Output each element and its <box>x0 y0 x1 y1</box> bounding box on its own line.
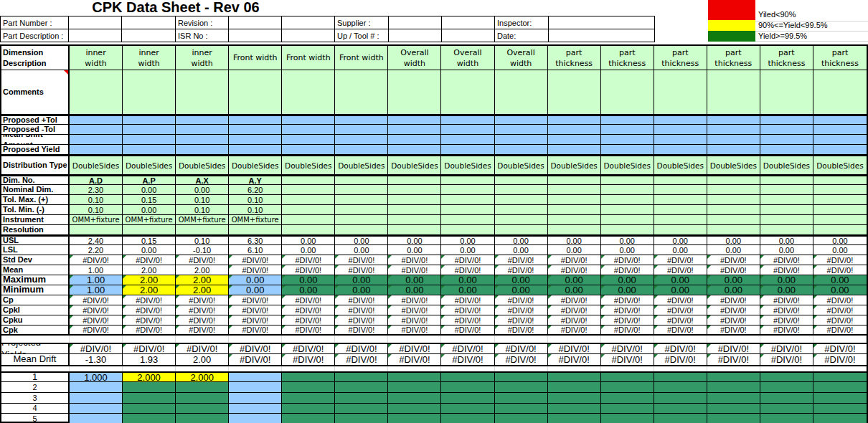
cell-tol-max-c10[interactable] <box>548 195 601 205</box>
cell-mean-shift-amount-c8[interactable] <box>441 135 494 145</box>
cell-sample-3-c1[interactable] <box>70 393 123 404</box>
cell-sample-5-c4[interactable] <box>229 414 282 423</box>
cell-distribution-type-c10[interactable]: DoubleSides <box>548 156 601 175</box>
cell-distribution-type-c4[interactable]: DoubleSides <box>229 156 282 175</box>
header-value-1-0-1[interactable] <box>122 29 176 42</box>
cell-cpkl-c9[interactable]: #DIV/0! <box>495 305 548 315</box>
cell-cp-c9[interactable]: #DIV/0! <box>495 295 548 305</box>
cell-mean-c15[interactable]: #DIV/0! <box>813 265 867 275</box>
cell-comments-c3[interactable] <box>176 70 229 115</box>
row-label-sample-5[interactable]: 5 <box>1 414 70 423</box>
cell-instrument-c13[interactable] <box>707 215 760 225</box>
cell-mean-drift-c7[interactable]: #DIV/0! <box>388 354 441 366</box>
cell-proposed-minus-tol-c10[interactable] <box>548 125 601 135</box>
cell-instrument-c11[interactable] <box>601 215 654 225</box>
cell-std-dev-c13[interactable]: #DIV/0! <box>707 255 760 265</box>
cell-proposed-plus-tol-c4[interactable] <box>229 116 282 125</box>
cell-cpku-c4[interactable]: #DIV/0! <box>229 315 282 325</box>
row-label-sample-3[interactable]: 3 <box>1 393 70 404</box>
cell-cp-c11[interactable]: #DIV/0! <box>601 295 654 305</box>
cell-proposed-minus-tol-c5[interactable] <box>282 125 335 135</box>
cell-sample-3-c8[interactable] <box>441 393 494 404</box>
cell-resolution-c1[interactable] <box>70 225 123 235</box>
cell-cpku-c1[interactable]: #DIV/0! <box>70 315 123 325</box>
cell-tol-max-c5[interactable] <box>282 195 335 205</box>
cell-dim-no-c3[interactable]: A.X <box>176 176 229 185</box>
column-header-8[interactable]: Overall width <box>441 46 494 70</box>
cell-cp-c2[interactable]: #DIV/0! <box>123 295 176 305</box>
header-value-1-2-0[interactable] <box>389 29 442 42</box>
cell-proposed-minus-tol-c11[interactable] <box>601 125 654 135</box>
cell-cp-c14[interactable]: #DIV/0! <box>760 295 813 305</box>
cell-comments-c1[interactable] <box>70 70 123 115</box>
cell-comments-c2[interactable] <box>123 70 176 115</box>
cell-nominal-dim-c14[interactable] <box>760 185 813 195</box>
cell-sample-4-c3[interactable] <box>176 404 229 414</box>
cell-cpk-c3[interactable]: #DIV/0! <box>176 325 229 336</box>
cell-tol-max-c8[interactable] <box>441 195 494 205</box>
cell-sample-2-c14[interactable] <box>760 382 813 393</box>
cell-cpkl-c11[interactable]: #DIV/0! <box>601 305 654 315</box>
cell-mean-c5[interactable]: #DIV/0! <box>282 265 335 275</box>
cell-tol-max-c12[interactable] <box>654 195 707 205</box>
cell-distribution-type-c13[interactable]: DoubleSides <box>707 156 760 175</box>
cell-tol-max-c1[interactable]: 0.10 <box>70 195 123 205</box>
cell-resolution-c13[interactable] <box>707 225 760 235</box>
cell-std-dev-c1[interactable]: #DIV/0! <box>70 255 123 265</box>
cell-sample-3-c6[interactable] <box>335 393 388 404</box>
cell-maximum-c12[interactable]: 0.00 <box>654 275 707 285</box>
cell-cpk-c14[interactable]: #DIV/0! <box>760 325 813 336</box>
cell-cpkl-c8[interactable]: #DIV/0! <box>441 305 494 315</box>
cell-usl-c4[interactable]: 6.30 <box>229 237 282 245</box>
cell-comments-c8[interactable] <box>441 70 494 115</box>
cell-sample-5-c15[interactable] <box>813 414 867 423</box>
cell-sample-1-c14[interactable] <box>760 373 813 382</box>
cell-cp-c15[interactable]: #DIV/0! <box>813 295 867 305</box>
cell-cpk-c12[interactable]: #DIV/0! <box>654 325 707 336</box>
cell-cp-c7[interactable]: #DIV/0! <box>388 295 441 305</box>
cell-sample-2-c1[interactable] <box>70 382 123 393</box>
header-value-0-1-1[interactable] <box>282 16 335 29</box>
cell-cpk-c5[interactable]: #DIV/0! <box>282 325 335 336</box>
column-header-6[interactable]: Front width <box>335 46 388 70</box>
cell-instrument-c1[interactable]: OMM+fixture <box>70 215 123 225</box>
row-label-nominal-dim[interactable]: Nominal Dim. <box>1 185 70 195</box>
cell-minimum-c9[interactable]: 0.00 <box>495 285 548 295</box>
cell-instrument-c15[interactable] <box>813 215 867 225</box>
cell-instrument-c9[interactable] <box>495 215 548 225</box>
cell-proposed-minus-tol-c8[interactable] <box>441 125 494 135</box>
cell-tol-min-c11[interactable] <box>601 205 654 215</box>
cell-cpkl-c6[interactable]: #DIV/0! <box>335 305 388 315</box>
cell-mean-drift-c4[interactable]: #DIV/0! <box>229 354 282 366</box>
row-label-mean[interactable]: Mean <box>1 265 70 275</box>
cell-instrument-c5[interactable] <box>282 215 335 225</box>
cell-nominal-dim-c10[interactable] <box>548 185 601 195</box>
cell-proposed-plus-tol-c12[interactable] <box>654 116 707 125</box>
cell-mean-drift-c10[interactable]: #DIV/0! <box>548 354 601 366</box>
cell-usl-c8[interactable]: 0.00 <box>441 237 494 245</box>
cell-tol-min-c1[interactable]: 0.10 <box>70 205 123 215</box>
cell-mean-shift-amount-c4[interactable] <box>229 135 282 145</box>
cell-tol-min-c7[interactable] <box>388 205 441 215</box>
cell-sample-4-c6[interactable] <box>335 404 388 414</box>
cell-proposed-minus-tol-c1[interactable] <box>70 125 123 135</box>
cell-projected-yields-c9[interactable]: #DIV/0! <box>495 344 548 354</box>
cell-sample-4-c7[interactable] <box>388 404 441 414</box>
cell-mean-c13[interactable]: #DIV/0! <box>707 265 760 275</box>
cell-proposed-minus-tol-c4[interactable] <box>229 125 282 135</box>
column-header-15[interactable]: part thickness <box>813 46 867 70</box>
cell-cpk-c6[interactable]: #DIV/0! <box>335 325 388 336</box>
cell-tol-max-c9[interactable] <box>495 195 548 205</box>
cell-proposed-minus-tol-c2[interactable] <box>123 125 176 135</box>
cell-sample-2-c3[interactable] <box>176 382 229 393</box>
cell-tol-max-c3[interactable]: 0.10 <box>176 195 229 205</box>
row-label-projected-yields[interactable]: Projected Yields <box>1 344 70 354</box>
cell-proposed-minus-tol-c9[interactable] <box>495 125 548 135</box>
cell-lsl-c11[interactable]: 0.00 <box>601 245 654 255</box>
row-label-proposed-plus-tol[interactable]: Proposed +Tol <box>1 116 70 125</box>
cell-cpku-c14[interactable]: #DIV/0! <box>760 315 813 325</box>
cell-sample-5-c10[interactable] <box>548 414 601 423</box>
cell-tol-min-c6[interactable] <box>335 205 388 215</box>
cell-minimum-c15[interactable]: 0.00 <box>813 285 867 295</box>
cell-minimum-c8[interactable]: 0.00 <box>441 285 494 295</box>
